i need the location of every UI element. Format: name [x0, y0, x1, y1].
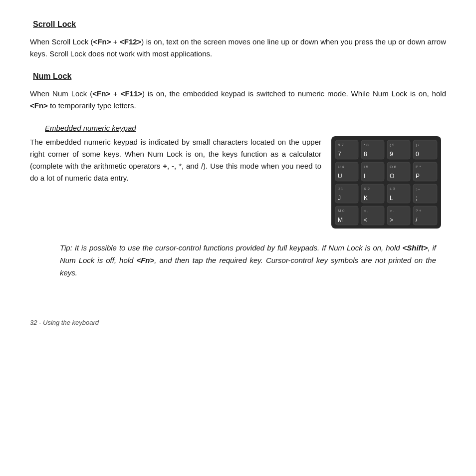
svg-text:L: L [390, 195, 393, 202]
svg-text:O 6: O 6 [390, 165, 396, 169]
tip-block: Tip: It is possible to use the cursor-co… [30, 242, 446, 279]
scroll-lock-heading: Scroll Lock [30, 20, 446, 29]
embedded-subheading: Embedded numeric keypad [30, 124, 446, 132]
svg-text:7: 7 [338, 151, 341, 158]
svg-text:M 0: M 0 [338, 209, 345, 213]
svg-text:( 9: ( 9 [390, 143, 395, 147]
svg-text:* 8: * 8 [364, 143, 369, 147]
page-content: Scroll Lock When Scroll Lock (<Fn> + <F1… [0, 0, 476, 346]
svg-text:O: O [390, 173, 394, 180]
svg-text:< ,: < , [364, 209, 368, 213]
svg-text:0: 0 [416, 151, 419, 158]
page-footer: 32 - Using the keyboard [30, 319, 446, 326]
svg-text:? +: ? + [416, 209, 422, 213]
svg-text:K: K [364, 195, 368, 202]
svg-text:K 2: K 2 [364, 187, 370, 191]
svg-text:U: U [338, 173, 342, 180]
keypad-svg: & 7 7 * 8 8 ( 9 9 ) / 0 [331, 136, 441, 229]
svg-text:>: > [390, 217, 393, 224]
scroll-lock-paragraph: When Scroll Lock (<Fn> + <F12>) is on, t… [30, 36, 446, 60]
svg-text:9: 9 [390, 151, 393, 158]
svg-text:) /: ) / [416, 143, 420, 147]
num-lock-section: Num Lock When Num Lock (<Fn> + <F11>) is… [30, 72, 446, 112]
svg-text:;: ; [416, 195, 417, 202]
svg-text:P *: P * [416, 165, 421, 169]
svg-text:<: < [364, 217, 367, 224]
svg-text:P: P [416, 173, 420, 180]
scroll-lock-section: Scroll Lock When Scroll Lock (<Fn> + <F1… [30, 20, 446, 60]
svg-text:& 7: & 7 [338, 143, 344, 147]
num-lock-heading: Num Lock [30, 72, 446, 81]
keypad-image: & 7 7 * 8 8 ( 9 9 ) / 0 [331, 136, 446, 230]
svg-text:I 5: I 5 [364, 165, 368, 169]
svg-text:; –: ; – [416, 187, 420, 191]
num-lock-paragraph: When Num Lock (<Fn> + <F11>) is on, the … [30, 88, 446, 112]
svg-text:I: I [364, 173, 365, 180]
svg-text:M: M [338, 217, 343, 224]
svg-text:> .: > . [390, 209, 394, 213]
embedded-content: The embedded numeric keypad is indicated… [30, 136, 446, 230]
svg-text:U 4: U 4 [338, 165, 344, 169]
tip-text: Tip: It is possible to use the cursor-co… [60, 243, 436, 277]
embedded-text: The embedded numeric keypad is indicated… [30, 136, 321, 184]
svg-text:8: 8 [364, 151, 367, 158]
footer-text: 32 - Using the keyboard [30, 319, 99, 326]
svg-text:J: J [338, 195, 341, 202]
svg-text:L 3: L 3 [390, 187, 395, 191]
svg-text:J 1: J 1 [338, 187, 343, 191]
embedded-section: Embedded numeric keypad The embedded num… [30, 124, 446, 230]
